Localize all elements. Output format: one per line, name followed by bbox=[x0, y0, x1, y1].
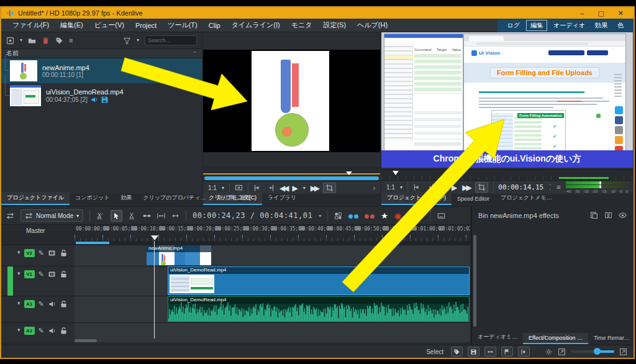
track-lane-a1[interactable]: uiVision_DemoRead.mp4 bbox=[75, 296, 470, 322]
monitor-tab[interactable]: プロジェクトモニタ(P) bbox=[381, 192, 452, 205]
delete-icon[interactable] bbox=[42, 37, 50, 45]
monitor-timecode[interactable]: 00:00:14,15 bbox=[498, 183, 543, 191]
track-badge[interactable]: A2 bbox=[24, 327, 35, 335]
workspace-button[interactable]: オーディオ bbox=[550, 20, 589, 30]
zone-crop-icon[interactable] bbox=[323, 183, 336, 193]
timeline-clip-uivision-video[interactable]: uiVision_DemoRead.mp4 bbox=[168, 266, 470, 295]
monitor-tab[interactable]: ライブラリ bbox=[262, 192, 302, 205]
monitor-playhead-marker[interactable] bbox=[393, 171, 399, 175]
menu-item[interactable]: ヘルプ(H) bbox=[352, 19, 393, 31]
track-badge[interactable]: V1 bbox=[24, 270, 35, 278]
menu-item[interactable]: 編集(E) bbox=[55, 19, 88, 31]
track-lane-v2[interactable]: newAnime.mp4 bbox=[75, 245, 470, 266]
edit-track-icon[interactable]: ✎ bbox=[39, 249, 44, 257]
monitor-tab[interactable]: Speed Editor bbox=[452, 194, 495, 205]
project-monitor-ruler[interactable] bbox=[381, 169, 633, 180]
bottom-dock-tab[interactable]: Time Remar… bbox=[588, 333, 635, 344]
chevron-down-icon[interactable]: ▾ bbox=[17, 270, 20, 276]
minimize-button[interactable]: – bbox=[580, 9, 584, 17]
insert-zone-icon[interactable] bbox=[348, 210, 358, 221]
monitor-menu-icon[interactable]: ≡ bbox=[556, 184, 560, 191]
tag-icon[interactable] bbox=[55, 37, 63, 45]
edit-track-icon[interactable]: ✎ bbox=[39, 270, 44, 278]
dock-tab[interactable]: コンポジット bbox=[70, 192, 115, 205]
chevron-down-icon[interactable]: ▾ bbox=[17, 249, 20, 255]
track-header-a2[interactable]: ▾ A2 ✎ bbox=[1, 323, 75, 342]
menu-item[interactable]: Clip bbox=[204, 20, 225, 30]
menu-item[interactable]: ファイル(F) bbox=[7, 19, 54, 31]
zone-crop-icon[interactable] bbox=[475, 182, 488, 193]
zone-in-icon[interactable] bbox=[253, 184, 261, 192]
create-folder-icon[interactable] bbox=[28, 37, 36, 45]
zone-out-icon[interactable] bbox=[266, 184, 275, 192]
zoom-slider[interactable] bbox=[571, 350, 614, 353]
timeline-clip-newanime[interactable]: newAnime.mp4 bbox=[147, 245, 211, 265]
dock-tab[interactable]: 効果 bbox=[115, 192, 137, 205]
add-clip-dropdown-icon[interactable]: ▾ bbox=[20, 38, 22, 43]
dock-tab[interactable]: プロジェクトファイル bbox=[1, 192, 70, 205]
scrub-toggle-icon[interactable] bbox=[484, 347, 496, 357]
extract-zone-icon[interactable] bbox=[365, 210, 375, 221]
zone-segment[interactable] bbox=[76, 242, 109, 244]
spacer-tool-icon[interactable] bbox=[157, 212, 165, 220]
horizontal-scrollbar[interactable] bbox=[75, 339, 97, 342]
record-dropdown-icon[interactable]: ▾ bbox=[407, 213, 410, 219]
bottom-dock-tab[interactable]: オーディオミ… bbox=[472, 331, 523, 344]
workspace-button[interactable]: 編集 bbox=[526, 20, 547, 31]
menu-item[interactable]: モニタ bbox=[286, 19, 317, 31]
monitor-config-icon[interactable] bbox=[235, 184, 243, 192]
chevron-down-icon[interactable]: ▾ bbox=[17, 327, 20, 333]
timeline-settings-icon[interactable] bbox=[416, 212, 424, 220]
fit-zoom-icon[interactable] bbox=[558, 348, 566, 356]
lock-icon[interactable] bbox=[60, 270, 68, 278]
razor-tool-icon[interactable] bbox=[129, 212, 137, 220]
project-monitor-video[interactable]: Command Target Value UI Vision Form Fill… bbox=[381, 32, 633, 168]
track-lane-a2[interactable] bbox=[75, 323, 470, 342]
tag-toggle-icon[interactable] bbox=[451, 347, 463, 357]
track-header-a1[interactable]: ▾ A1 ✎ bbox=[1, 296, 75, 322]
bin-column-header[interactable]: 名前 ⌃ bbox=[1, 48, 202, 58]
edit-track-icon[interactable]: ✎ bbox=[39, 327, 44, 335]
fast-forward-icon[interactable]: ▶▶ bbox=[462, 183, 470, 192]
more-controls-icon[interactable]: › bbox=[373, 184, 375, 191]
compare-effect-icon[interactable] bbox=[604, 211, 612, 219]
zoom-slider-knob[interactable] bbox=[594, 348, 601, 355]
show-effects-icon[interactable] bbox=[619, 211, 627, 219]
track-header-v2[interactable]: ▾ V2 ✎ bbox=[1, 245, 75, 266]
lock-icon[interactable] bbox=[60, 249, 68, 257]
timeline-ruler[interactable]: 00:00:00;0000:00:05;0000:00:10;0000:00:1… bbox=[75, 225, 470, 241]
monitor-zoom-label[interactable]: 1:1 bbox=[208, 184, 217, 191]
timeline-clip-uivision-audio[interactable]: uiVision_DemoRead.mp4 bbox=[168, 296, 470, 322]
track-badge[interactable]: A1 bbox=[24, 300, 35, 308]
workspace-button[interactable]: 色 bbox=[614, 20, 627, 30]
menu-item[interactable]: タイムライン(I) bbox=[227, 19, 285, 31]
play-icon[interactable]: ▶ bbox=[452, 183, 457, 192]
search-input[interactable] bbox=[145, 35, 197, 45]
menu-item[interactable]: ツール(T) bbox=[163, 19, 202, 31]
fast-forward-icon[interactable]: ▶▶ bbox=[311, 184, 318, 193]
monitor-zoom-label[interactable]: 1:1 bbox=[386, 184, 395, 191]
zoom-fit-timeline-icon[interactable] bbox=[619, 348, 627, 356]
filter-icon[interactable] bbox=[123, 37, 131, 45]
track-adjust-icon[interactable] bbox=[6, 212, 14, 220]
track-badge[interactable]: V2 bbox=[24, 249, 35, 257]
menu-item[interactable]: ビュー(V) bbox=[89, 19, 129, 31]
workspace-button[interactable]: 効果 bbox=[591, 20, 611, 30]
edit-track-icon[interactable]: ✎ bbox=[39, 300, 44, 308]
timecode-spinner[interactable]: ⌃⌄ bbox=[548, 184, 552, 191]
audio-track-icon[interactable] bbox=[48, 300, 56, 308]
favorite-effects-icon[interactable]: ★ bbox=[381, 211, 388, 221]
zone-out-icon[interactable] bbox=[426, 183, 434, 191]
vertical-scrollbar[interactable] bbox=[473, 235, 476, 327]
clip-monitor-zone-bar[interactable] bbox=[203, 166, 380, 176]
play-icon[interactable]: ▶ bbox=[292, 184, 298, 193]
flag-marker-icon[interactable] bbox=[501, 347, 513, 357]
dock-tab[interactable]: クリップのプロパティ… bbox=[137, 192, 211, 205]
zoom-dropdown-icon[interactable]: ▾ bbox=[222, 185, 224, 191]
clip-monitor-zoombar[interactable] bbox=[204, 176, 379, 180]
audio-track-icon[interactable] bbox=[48, 327, 56, 335]
bin-menu-icon[interactable]: ≡ bbox=[69, 37, 73, 44]
monitor-tab[interactable]: プロジェクトメモ… bbox=[495, 192, 558, 205]
lock-icon[interactable] bbox=[60, 300, 68, 308]
bin-clip-row[interactable]: uiVision_DemoRead.mp4 00:04:37;05 [2] bbox=[1, 83, 202, 108]
